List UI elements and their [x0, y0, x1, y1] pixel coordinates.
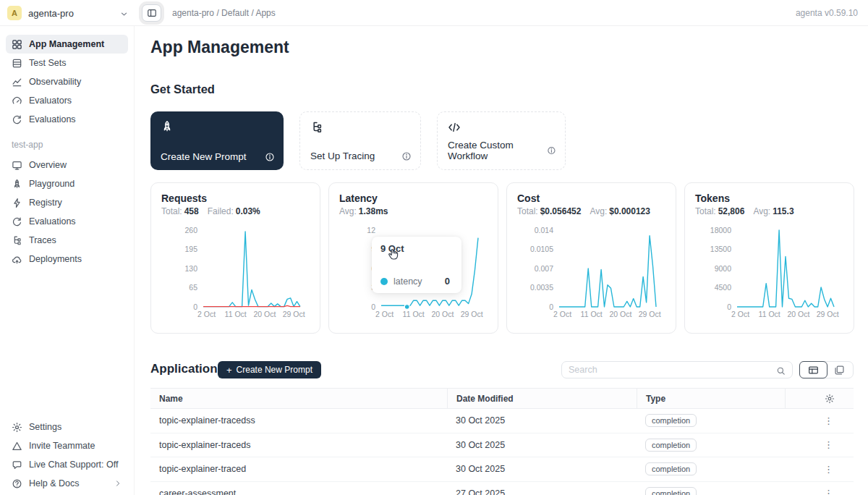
- table-view-icon: [808, 365, 819, 376]
- svg-text:9000: 9000: [715, 264, 732, 273]
- stat-value: 458: [184, 206, 199, 216]
- sidebar-item-traces[interactable]: Traces: [6, 231, 128, 250]
- column-header-date-modified[interactable]: Date Modified: [447, 389, 637, 408]
- svg-text:11 Oct: 11 Oct: [581, 310, 603, 318]
- sidebar-item-evaluations[interactable]: Evaluations: [6, 212, 128, 231]
- card-view-button[interactable]: [827, 362, 854, 378]
- settings-icon: [12, 422, 22, 433]
- get-started-card-create-new-prompt[interactable]: Create New Prompt: [150, 111, 284, 170]
- card-label: Set Up Tracing: [310, 151, 375, 161]
- info-icon: [265, 152, 275, 162]
- column-header-name[interactable]: Name: [150, 389, 447, 408]
- svg-text:13500: 13500: [710, 245, 731, 253]
- sidebar-item-label: Overview: [29, 160, 67, 170]
- kebab-menu-icon[interactable]: ⋮: [824, 488, 833, 495]
- sidebar-item-settings[interactable]: Settings: [6, 418, 128, 436]
- apps-grid-icon: [12, 39, 22, 50]
- svg-text:130: 130: [184, 264, 197, 273]
- sidebar-item-evaluations[interactable]: Evaluations: [6, 110, 128, 129]
- sidebar-item-live-chat-support-off[interactable]: Live Chat Support: Off: [6, 455, 128, 474]
- kebab-menu-icon[interactable]: ⋮: [824, 464, 833, 475]
- workspace-avatar: A: [7, 6, 22, 20]
- cell-date-modified: 27 Oct 2025: [447, 488, 637, 495]
- workspace-name: agenta-pro: [28, 8, 74, 19]
- view-toggle: [799, 361, 854, 378]
- svg-text:195: 195: [184, 245, 197, 253]
- svg-text:12: 12: [367, 226, 375, 234]
- evaluations-icon: [12, 114, 22, 125]
- stat-label: Avg:: [590, 206, 607, 216]
- svg-text:20 Oct: 20 Oct: [431, 310, 454, 318]
- cell-name: career-assessment: [150, 488, 447, 495]
- metric-stats: Avg:1.38ms: [339, 206, 488, 216]
- cell-actions: ⋮: [785, 464, 854, 475]
- kebab-menu-icon[interactable]: ⋮: [824, 439, 833, 450]
- stat-value: 0.03%: [236, 206, 260, 216]
- sidebar-item-playground[interactable]: Playground: [6, 174, 128, 193]
- stat-label: Avg:: [339, 206, 357, 216]
- create-new-prompt-button[interactable]: + Create New Prompt: [218, 361, 321, 378]
- cost-chart: 00.00350.0070.01050.0142 Oct11 Oct20 Oct…: [517, 225, 667, 322]
- cell-date-modified: 30 Oct 2025: [447, 415, 637, 426]
- metric-stat: Total:$0.056452: [517, 206, 581, 216]
- plus-icon: +: [226, 365, 232, 375]
- app-root: A agenta-pro agenta-pro / Default / Apps…: [0, 0, 868, 495]
- table-row[interactable]: career-assessment27 Oct 2025completion⋮: [150, 482, 854, 495]
- main-content: App Management Get Started Create New Pr…: [135, 26, 868, 495]
- table-settings-cell: [785, 389, 854, 408]
- sidebar-item-evaluators[interactable]: Evaluators: [6, 91, 128, 110]
- kebab-menu-icon[interactable]: ⋮: [824, 415, 833, 426]
- column-header-type[interactable]: Type: [637, 389, 785, 408]
- sidebar-item-help-docs[interactable]: Help & Docs: [6, 474, 128, 493]
- search-icon[interactable]: [776, 365, 786, 375]
- deployments-icon: [12, 254, 22, 265]
- application-section: Application + Create New Prompt: [150, 361, 854, 378]
- sidebar-toggle-button[interactable]: [142, 4, 161, 22]
- stat-label: Failed:: [208, 206, 234, 216]
- svg-text:11 Oct: 11 Oct: [759, 310, 780, 318]
- stat-value: $0.000123: [609, 206, 650, 216]
- search-input[interactable]: [569, 365, 776, 375]
- svg-text:0.007: 0.007: [535, 264, 553, 273]
- requests-series-failed: [203, 305, 300, 306]
- metric-stats: Total:$0.056452Avg:$0.000123: [517, 206, 665, 216]
- application-title: Application: [150, 362, 218, 376]
- sidebar-footer-list: SettingsInvite TeammateLive Chat Support…: [6, 418, 128, 493]
- metric-stats: Total:52,806Avg:115.3: [695, 206, 843, 216]
- series-dot-icon: [380, 278, 388, 285]
- stat-label: Total:: [517, 206, 538, 216]
- get-started-card-set-up-tracing[interactable]: Set Up Tracing: [299, 111, 421, 170]
- sidebar-item-label: Live Chat Support: Off: [29, 460, 118, 470]
- svg-text:0.0035: 0.0035: [530, 283, 553, 292]
- table-row[interactable]: topic-explainer-tracedss30 Oct 2025compl…: [150, 409, 854, 433]
- svg-text:29 Oct: 29 Oct: [283, 310, 305, 318]
- cell-actions: ⋮: [785, 439, 854, 450]
- observability-icon: [12, 77, 22, 88]
- workspace-selector[interactable]: A agenta-pro: [7, 0, 129, 26]
- cell-date-modified: 30 Oct 2025: [447, 464, 637, 474]
- table-view-button[interactable]: [799, 361, 827, 378]
- sidebar-item-deployments[interactable]: Deployments: [6, 250, 128, 268]
- type-badge: completion: [645, 439, 697, 452]
- rocket-icon: [161, 120, 174, 133]
- table-row[interactable]: topic-explainer-traceds30 Oct 2025comple…: [150, 433, 854, 458]
- metric-card-tokens: TokensTotal:52,806Avg:115.30450090001350…: [684, 182, 854, 334]
- requests-chart: 0651301952602 Oct11 Oct20 Oct29 Oct: [161, 225, 311, 322]
- breadcrumb[interactable]: agenta-pro / Default / Apps: [172, 0, 276, 26]
- sidebar-item-invite-teammate[interactable]: Invite Teammate: [6, 436, 128, 455]
- get-started-card-create-custom-workflow[interactable]: Create Custom Workflow: [437, 111, 566, 170]
- sidebar-item-observability[interactable]: Observability: [6, 72, 128, 91]
- gear-icon[interactable]: [825, 394, 835, 404]
- type-badge: completion: [645, 487, 697, 495]
- tracing-icon: [310, 121, 323, 134]
- sidebar-item-test-sets[interactable]: Test Sets: [6, 54, 128, 72]
- table-row[interactable]: topic-explainer-traced30 Oct 2025complet…: [150, 457, 854, 482]
- sidebar-item-overview[interactable]: Overview: [6, 156, 128, 174]
- card-footer: Create Custom Workflow: [448, 140, 556, 161]
- sidebar-item-app-management[interactable]: App Management: [6, 35, 128, 54]
- get-started-title: Get Started: [150, 82, 215, 96]
- sidebar-item-registry[interactable]: Registry: [6, 193, 128, 212]
- cell-date-modified: 30 Oct 2025: [447, 440, 637, 450]
- stat-label: Total:: [161, 206, 182, 216]
- svg-text:0.0105: 0.0105: [530, 245, 553, 253]
